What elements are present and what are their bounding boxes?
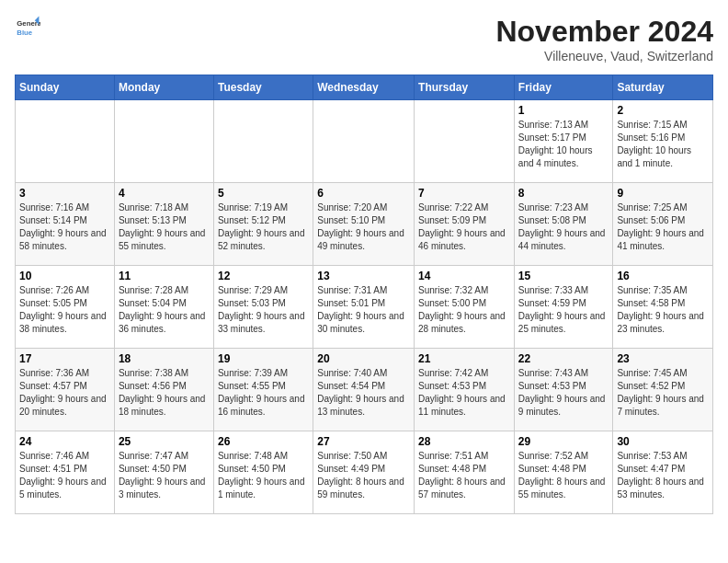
day-info: Sunrise: 7:53 AM Sunset: 4:47 PM Dayligh… <box>617 450 709 501</box>
calendar-cell: 2Sunrise: 7:15 AM Sunset: 5:16 PM Daylig… <box>613 100 713 183</box>
day-number: 28 <box>418 435 510 448</box>
day-info: Sunrise: 7:13 AM Sunset: 5:17 PM Dayligh… <box>518 119 609 170</box>
day-info: Sunrise: 7:42 AM Sunset: 4:53 PM Dayligh… <box>418 367 510 419</box>
day-info: Sunrise: 7:19 AM Sunset: 5:12 PM Dayligh… <box>218 201 309 253</box>
day-number: 10 <box>19 270 110 282</box>
day-number: 3 <box>19 187 110 200</box>
day-number: 7 <box>418 187 510 200</box>
calendar-cell: 16Sunrise: 7:35 AM Sunset: 4:58 PM Dayli… <box>613 266 713 349</box>
day-number: 23 <box>617 352 709 365</box>
day-number: 13 <box>317 270 410 282</box>
day-number: 21 <box>418 352 510 365</box>
day-number: 30 <box>617 435 709 448</box>
calendar-cell: 11Sunrise: 7:28 AM Sunset: 5:04 PM Dayli… <box>114 266 213 349</box>
day-number: 5 <box>218 187 309 200</box>
day-info: Sunrise: 7:25 AM Sunset: 5:06 PM Dayligh… <box>617 201 709 253</box>
calendar-cell: 30Sunrise: 7:53 AM Sunset: 4:47 PM Dayli… <box>613 431 713 514</box>
calendar-cell: 24Sunrise: 7:46 AM Sunset: 4:51 PM Dayli… <box>16 431 115 514</box>
page-header: General Blue November 2024 Villeneuve, V… <box>15 15 713 63</box>
day-number: 25 <box>119 435 210 448</box>
calendar-cell: 25Sunrise: 7:47 AM Sunset: 4:50 PM Dayli… <box>114 431 213 514</box>
logo-icon: General Blue <box>15 15 40 40</box>
logo: General Blue <box>15 15 40 40</box>
calendar-cell: 21Sunrise: 7:42 AM Sunset: 4:53 PM Dayli… <box>415 349 515 431</box>
weekday-header: Saturday <box>613 75 713 100</box>
day-info: Sunrise: 7:31 AM Sunset: 5:01 PM Dayligh… <box>317 284 410 336</box>
calendar-cell: 20Sunrise: 7:40 AM Sunset: 4:54 PM Dayli… <box>313 349 415 431</box>
title-section: November 2024 Villeneuve, Vaud, Switzerl… <box>495 15 713 63</box>
day-info: Sunrise: 7:48 AM Sunset: 4:50 PM Dayligh… <box>218 450 309 501</box>
calendar-cell: 5Sunrise: 7:19 AM Sunset: 5:12 PM Daylig… <box>213 183 313 266</box>
calendar-cell: 15Sunrise: 7:33 AM Sunset: 4:59 PM Dayli… <box>514 266 613 349</box>
calendar-cell: 13Sunrise: 7:31 AM Sunset: 5:01 PM Dayli… <box>313 266 415 349</box>
calendar-cell <box>313 100 415 183</box>
calendar-cell: 22Sunrise: 7:43 AM Sunset: 4:53 PM Dayli… <box>514 349 613 431</box>
calendar-cell: 29Sunrise: 7:52 AM Sunset: 4:48 PM Dayli… <box>514 431 613 514</box>
weekday-header-row: SundayMondayTuesdayWednesdayThursdayFrid… <box>16 75 713 100</box>
calendar-week-row: 1Sunrise: 7:13 AM Sunset: 5:17 PM Daylig… <box>16 100 713 183</box>
calendar-cell: 28Sunrise: 7:51 AM Sunset: 4:48 PM Dayli… <box>415 431 515 514</box>
calendar-cell: 6Sunrise: 7:20 AM Sunset: 5:10 PM Daylig… <box>313 183 415 266</box>
day-info: Sunrise: 7:28 AM Sunset: 5:04 PM Dayligh… <box>119 284 210 336</box>
calendar-cell: 9Sunrise: 7:25 AM Sunset: 5:06 PM Daylig… <box>613 183 713 266</box>
day-info: Sunrise: 7:39 AM Sunset: 4:55 PM Dayligh… <box>218 367 309 419</box>
calendar-cell: 12Sunrise: 7:29 AM Sunset: 5:03 PM Dayli… <box>213 266 313 349</box>
calendar-cell: 23Sunrise: 7:45 AM Sunset: 4:52 PM Dayli… <box>613 349 713 431</box>
day-info: Sunrise: 7:35 AM Sunset: 4:58 PM Dayligh… <box>617 284 709 336</box>
day-number: 15 <box>518 270 609 282</box>
weekday-header: Friday <box>514 75 613 100</box>
weekday-header: Thursday <box>415 75 515 100</box>
day-info: Sunrise: 7:29 AM Sunset: 5:03 PM Dayligh… <box>218 284 309 336</box>
day-info: Sunrise: 7:22 AM Sunset: 5:09 PM Dayligh… <box>418 201 510 253</box>
day-number: 9 <box>617 187 709 200</box>
calendar-week-row: 3Sunrise: 7:16 AM Sunset: 5:14 PM Daylig… <box>16 183 713 266</box>
calendar-cell <box>213 100 313 183</box>
weekday-header: Sunday <box>16 75 115 100</box>
calendar-table: SundayMondayTuesdayWednesdayThursdayFrid… <box>15 75 713 514</box>
calendar-cell: 27Sunrise: 7:50 AM Sunset: 4:49 PM Dayli… <box>313 431 415 514</box>
day-number: 2 <box>617 104 709 117</box>
day-number: 17 <box>19 352 110 365</box>
day-number: 12 <box>218 270 309 282</box>
weekday-header: Wednesday <box>313 75 415 100</box>
calendar-cell: 19Sunrise: 7:39 AM Sunset: 4:55 PM Dayli… <box>213 349 313 431</box>
day-number: 20 <box>317 352 410 365</box>
day-number: 4 <box>119 187 210 200</box>
calendar-cell: 4Sunrise: 7:18 AM Sunset: 5:13 PM Daylig… <box>114 183 213 266</box>
day-number: 26 <box>218 435 309 448</box>
calendar-cell: 7Sunrise: 7:22 AM Sunset: 5:09 PM Daylig… <box>415 183 515 266</box>
day-number: 14 <box>418 270 510 282</box>
day-number: 16 <box>617 270 709 282</box>
day-info: Sunrise: 7:46 AM Sunset: 4:51 PM Dayligh… <box>19 450 110 501</box>
calendar-cell: 26Sunrise: 7:48 AM Sunset: 4:50 PM Dayli… <box>213 431 313 514</box>
calendar-cell <box>415 100 515 183</box>
calendar-cell <box>114 100 213 183</box>
day-number: 11 <box>119 270 210 282</box>
day-info: Sunrise: 7:47 AM Sunset: 4:50 PM Dayligh… <box>119 450 210 501</box>
day-number: 6 <box>317 187 410 200</box>
location-title: Villeneuve, Vaud, Switzerland <box>495 49 713 63</box>
day-number: 24 <box>19 435 110 448</box>
calendar-cell: 18Sunrise: 7:38 AM Sunset: 4:56 PM Dayli… <box>114 349 213 431</box>
calendar-week-row: 24Sunrise: 7:46 AM Sunset: 4:51 PM Dayli… <box>16 431 713 514</box>
day-info: Sunrise: 7:26 AM Sunset: 5:05 PM Dayligh… <box>19 284 110 336</box>
calendar-week-row: 17Sunrise: 7:36 AM Sunset: 4:57 PM Dayli… <box>16 349 713 431</box>
day-number: 1 <box>518 104 609 117</box>
day-info: Sunrise: 7:23 AM Sunset: 5:08 PM Dayligh… <box>518 201 609 253</box>
calendar-week-row: 10Sunrise: 7:26 AM Sunset: 5:05 PM Dayli… <box>16 266 713 349</box>
day-number: 22 <box>518 352 609 365</box>
weekday-header: Monday <box>114 75 213 100</box>
svg-text:Blue: Blue <box>17 29 33 37</box>
calendar-cell <box>16 100 115 183</box>
calendar-cell: 3Sunrise: 7:16 AM Sunset: 5:14 PM Daylig… <box>16 183 115 266</box>
day-info: Sunrise: 7:15 AM Sunset: 5:16 PM Dayligh… <box>617 119 709 170</box>
day-number: 18 <box>119 352 210 365</box>
calendar-cell: 1Sunrise: 7:13 AM Sunset: 5:17 PM Daylig… <box>514 100 613 183</box>
calendar-cell: 10Sunrise: 7:26 AM Sunset: 5:05 PM Dayli… <box>16 266 115 349</box>
day-info: Sunrise: 7:36 AM Sunset: 4:57 PM Dayligh… <box>19 367 110 419</box>
day-info: Sunrise: 7:45 AM Sunset: 4:52 PM Dayligh… <box>617 367 709 419</box>
month-title: November 2024 <box>495 15 713 49</box>
day-info: Sunrise: 7:40 AM Sunset: 4:54 PM Dayligh… <box>317 367 410 419</box>
day-info: Sunrise: 7:18 AM Sunset: 5:13 PM Dayligh… <box>119 201 210 253</box>
day-number: 8 <box>518 187 609 200</box>
